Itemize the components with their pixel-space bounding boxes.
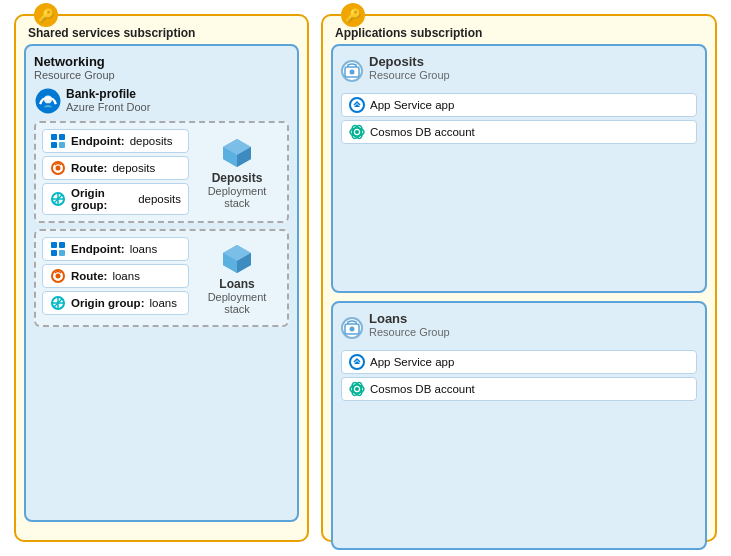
loans-route-value: loans	[112, 270, 140, 282]
deposits-section: Endpoint: deposits Route: deposits	[34, 121, 289, 223]
loans-origin-value: loans	[149, 297, 177, 309]
loans-endpoint-label: Endpoint:	[71, 243, 125, 255]
deposits-app-rg-title: Deposits	[369, 54, 450, 69]
route-icon	[50, 160, 66, 176]
deposits-appservice-label: App Service app	[370, 99, 454, 111]
deposits-cosmos-label: Cosmos DB account	[370, 126, 475, 138]
loans-origin-icon	[50, 295, 66, 311]
loans-rg-icon	[341, 317, 363, 339]
deposits-endpoint-value: deposits	[130, 135, 173, 147]
deposits-stack-subtitle: Deployment stack	[197, 185, 277, 209]
deposits-route-item: Route: deposits	[42, 156, 189, 180]
apps-sub-title: Applications subscription	[335, 26, 707, 40]
shared-services-subscription: 🔑 Shared services subscription Networkin…	[14, 14, 309, 542]
deposits-app-rg-subtitle: Resource Group	[369, 69, 450, 81]
azure-front-door-icon	[34, 87, 62, 115]
svg-rect-17	[51, 242, 57, 248]
deposits-endpoint-label: Endpoint:	[71, 135, 125, 147]
loans-route-label: Route:	[71, 270, 107, 282]
deposits-app-rg: Deposits Resource Group App Service app	[331, 44, 707, 293]
loans-route-item: Route: loans	[42, 264, 189, 288]
deposits-origin-label: Origin group:	[71, 187, 133, 211]
deposits-route-value: deposits	[112, 162, 155, 174]
bank-profile-type: Azure Front Door	[66, 101, 150, 113]
diagram-container: 🔑 Shared services subscription Networkin…	[0, 0, 731, 556]
loans-app-rg: Loans Resource Group App Service app	[331, 301, 707, 550]
appservice-icon-1	[349, 97, 365, 113]
cosmos-icon-1	[349, 124, 365, 140]
svg-point-38	[355, 130, 359, 134]
deposits-stack-title: Deposits	[212, 171, 263, 185]
deposits-origin-item: Origin group: deposits	[42, 183, 189, 215]
svg-rect-5	[59, 142, 65, 148]
svg-rect-19	[51, 250, 57, 256]
loans-appservice-label: App Service app	[370, 356, 454, 368]
bank-profile-text: Bank-profile Azure Front Door	[66, 87, 150, 113]
apps-rg-container: Deposits Resource Group App Service app	[331, 44, 707, 550]
loans-route-icon	[50, 268, 66, 284]
loans-app-rg-title: Loans	[369, 311, 450, 326]
appservice-icon-2	[349, 354, 365, 370]
origin-icon	[50, 191, 66, 207]
bank-profile-name: Bank-profile	[66, 87, 150, 101]
shared-sub-key-icon: 🔑	[34, 3, 58, 27]
deposits-route-label: Route:	[71, 162, 107, 174]
deposits-endpoint-item: Endpoint: deposits	[42, 129, 189, 153]
loans-app-rg-subtitle: Resource Group	[369, 326, 450, 338]
cosmos-icon-2	[349, 381, 365, 397]
deposits-app-rg-titles: Deposits Resource Group	[369, 54, 450, 87]
loans-section: Endpoint: loans Route: loans	[34, 229, 289, 327]
svg-point-22	[56, 274, 61, 279]
loans-app-rg-items: App Service app Cosmos DB account	[341, 350, 697, 401]
loans-stack-icon	[219, 241, 255, 277]
endpoint-icon	[50, 133, 66, 149]
svg-rect-4	[51, 142, 57, 148]
svg-point-1	[44, 96, 52, 104]
deposits-stack-icon	[219, 135, 255, 171]
svg-point-33	[350, 69, 355, 74]
networking-rg-subtitle: Resource Group	[34, 69, 289, 81]
deposits-deployment-stack: Deposits Deployment stack	[193, 129, 281, 215]
deposits-origin-value: deposits	[138, 193, 181, 205]
loans-stack-title: Loans	[219, 277, 254, 291]
loans-deployment-stack: Loans Deployment stack	[193, 237, 281, 319]
svg-point-40	[350, 326, 355, 331]
applications-subscription: 🔑 Applications subscription Deposits R	[321, 14, 717, 542]
shared-sub-title: Shared services subscription	[28, 26, 299, 40]
loans-cosmos-label: Cosmos DB account	[370, 383, 475, 395]
svg-rect-3	[59, 134, 65, 140]
deposits-app-rg-header: Deposits Resource Group	[341, 54, 697, 87]
loans-appservice-item: App Service app	[341, 350, 697, 374]
svg-rect-18	[59, 242, 65, 248]
networking-rg-title: Networking	[34, 54, 289, 69]
deposits-rg-icon	[341, 60, 363, 82]
loans-endpoint-item: Endpoint: loans	[42, 237, 189, 261]
apps-sub-key-icon: 🔑	[341, 3, 365, 27]
svg-point-7	[56, 166, 61, 171]
svg-rect-20	[59, 250, 65, 256]
deposits-cosmos-item: Cosmos DB account	[341, 120, 697, 144]
deposits-appservice-item: App Service app	[341, 93, 697, 117]
loans-app-rg-titles: Loans Resource Group	[369, 311, 450, 344]
svg-point-45	[355, 387, 359, 391]
loans-endpoint-value: loans	[130, 243, 158, 255]
bank-profile-row: Bank-profile Azure Front Door	[34, 87, 289, 115]
deposits-app-rg-items: App Service app Cosmos DB account	[341, 93, 697, 144]
loans-app-rg-header: Loans Resource Group	[341, 311, 697, 344]
svg-rect-2	[51, 134, 57, 140]
deposits-items: Endpoint: deposits Route: deposits	[42, 129, 189, 215]
networking-resource-group: Networking Resource Group Bank-profile A…	[24, 44, 299, 522]
loans-endpoint-icon	[50, 241, 66, 257]
loans-origin-label: Origin group:	[71, 297, 144, 309]
loans-items: Endpoint: loans Route: loans	[42, 237, 189, 319]
loans-cosmos-item: Cosmos DB account	[341, 377, 697, 401]
loans-stack-subtitle: Deployment stack	[197, 291, 277, 315]
loans-origin-item: Origin group: loans	[42, 291, 189, 315]
